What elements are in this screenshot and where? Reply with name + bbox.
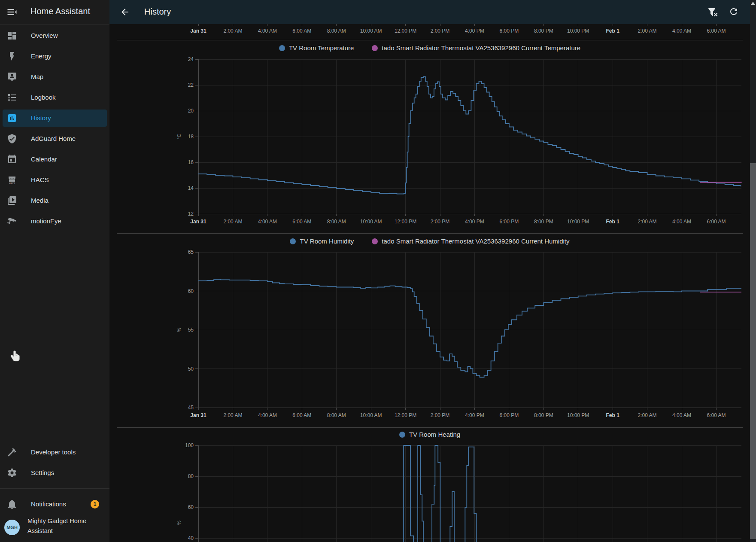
- x-axis-label: 10:00 AM: [360, 28, 382, 34]
- view-dashboard-icon: [7, 30, 17, 41]
- legend-label: TV Room Temperature: [289, 44, 354, 52]
- sidebar-item-label: Settings: [31, 464, 54, 481]
- hammer-icon: [7, 447, 17, 457]
- x-axis-label: 6:00 PM: [500, 412, 519, 418]
- x-axis-label: Feb 1: [606, 412, 620, 418]
- legend-item[interactable]: tado Smart Radiator Thermostat VA2536392…: [372, 238, 569, 245]
- x-axis-label: 4:00 AM: [258, 28, 277, 34]
- axis-lines: [195, 59, 741, 216]
- scrolled-chart-axis: Jan 312:00 AM4:00 AM6:00 AM8:00 AM10:00 …: [109, 24, 750, 40]
- y-axis-label: 24: [188, 56, 194, 62]
- legend-dot-icon: [372, 238, 378, 244]
- notifications-badge: 1: [91, 500, 99, 509]
- sidebar-item-developer-tools[interactable]: Developer tools: [3, 444, 107, 461]
- x-axis-label: 4:00 PM: [465, 219, 484, 225]
- x-axis-label: 6:00 AM: [292, 219, 311, 225]
- sidebar-item-media[interactable]: Media: [3, 192, 107, 209]
- x-axis-label: 6:00 PM: [500, 219, 519, 225]
- legend-item[interactable]: TV Room Temperature: [279, 44, 354, 52]
- legend-label: TV Room Humidity: [300, 238, 354, 245]
- sidebar-item-motioneye[interactable]: motionEye: [3, 213, 107, 230]
- legend-dot-icon: [372, 45, 378, 51]
- x-axis-label: 2:00 AM: [223, 412, 242, 418]
- heating-chart[interactable]: 100806040%: [109, 428, 750, 542]
- y-axis-label: 40: [188, 535, 194, 541]
- x-axis-label: 8:00 AM: [327, 219, 346, 225]
- series-line: [198, 445, 741, 542]
- legend-dot-icon: [399, 432, 405, 438]
- x-axis-label: 10:00 AM: [360, 219, 382, 225]
- legend-label: TV Room Heating: [409, 431, 460, 438]
- chart-divider: [117, 40, 743, 40]
- scrollbar[interactable]: [750, 0, 756, 542]
- sidebar-item-logbook[interactable]: Logbook: [3, 89, 107, 106]
- tooltip-account-icon: [7, 72, 17, 82]
- legend-label: tado Smart Radiator Thermostat VA2536392…: [382, 238, 569, 245]
- x-axis-label: 8:00 PM: [534, 219, 553, 225]
- y-axis-label: 100: [185, 442, 194, 448]
- heating-chart-section: 100806040%TV Room Heating: [109, 428, 750, 542]
- divider: [0, 488, 109, 489]
- legend-item[interactable]: TV Room Humidity: [290, 238, 354, 245]
- sidebar-item-label: motionEye: [31, 213, 61, 230]
- x-axis-label: 2:00 AM: [638, 412, 657, 418]
- x-axis-label: 6:00 PM: [500, 28, 519, 34]
- y-axis-label: 12: [188, 211, 194, 217]
- bell-icon: [7, 499, 17, 509]
- sidebar-item-overview[interactable]: Overview: [3, 27, 107, 44]
- sidebar-item-hacs[interactable]: HACSHACS: [3, 171, 107, 189]
- legend-dot-icon: [290, 238, 296, 244]
- x-axis-label: 6:00 AM: [707, 219, 726, 225]
- sidebar-item-energy[interactable]: Energy: [3, 48, 107, 65]
- x-axis-label: 10:00 PM: [567, 412, 589, 418]
- page-title: History: [144, 7, 171, 17]
- sidebar: Home Assistant OverviewEnergyMapLogbookH…: [0, 0, 109, 542]
- y-axis-label: 20: [188, 108, 194, 114]
- x-axis-label: 2:00 AM: [223, 28, 242, 34]
- x-axis-label: 12:00 PM: [395, 219, 416, 225]
- sidebar-item-settings[interactable]: Settings: [3, 464, 107, 481]
- calendar-icon: [7, 154, 17, 164]
- y-axis-label: 50: [188, 366, 194, 372]
- temperature-chart[interactable]: 24222018161412°CJan 312:00 AM4:00 AM6:00…: [109, 40, 750, 233]
- gridlines: [198, 445, 741, 542]
- x-axis-label: 12:00 PM: [395, 412, 416, 418]
- scrollbar-thumb[interactable]: [750, 163, 756, 539]
- temperature-chart-section: 24222018161412°CJan 312:00 AM4:00 AM6:00…: [109, 40, 750, 233]
- x-axis-label: 2:00 PM: [431, 412, 450, 418]
- y-axis-label: 65: [188, 249, 194, 255]
- legend-item[interactable]: tado Smart Radiator Thermostat VA2536392…: [372, 44, 580, 52]
- profile-name: Mighty Gadget Home Assistant: [27, 516, 100, 536]
- legend-label: tado Smart Radiator Thermostat VA2536392…: [382, 44, 580, 52]
- y-axis-label: 55: [188, 327, 194, 333]
- sidebar-item-map[interactable]: Map: [3, 68, 107, 85]
- sidebar-item-label: History: [31, 110, 51, 127]
- x-axis-label: 8:00 AM: [327, 412, 346, 418]
- sidebar-toggle-menu-icon[interactable]: [6, 6, 18, 18]
- sidebar-item-adguard-home[interactable]: AdGuard Home: [3, 130, 107, 147]
- x-axis-label: Jan 31: [190, 28, 206, 34]
- back-arrow-icon[interactable]: [120, 7, 130, 17]
- legend-item[interactable]: TV Room Heating: [399, 431, 460, 438]
- sidebar-item-label: HACS: [31, 171, 49, 189]
- x-axis-label: 8:00 AM: [327, 28, 346, 34]
- y-axis-unit: %: [176, 328, 182, 332]
- app-header: History: [109, 0, 750, 24]
- avatar[interactable]: MGH: [4, 520, 20, 535]
- bulleted-list-icon: [7, 92, 17, 103]
- refresh-icon[interactable]: [729, 6, 739, 17]
- scroll-up-button[interactable]: [751, 2, 755, 5]
- humidity-chart[interactable]: 6560555045%Jan 312:00 AM4:00 AM6:00 AM8:…: [109, 234, 750, 427]
- y-axis-label: 60: [188, 504, 194, 510]
- filter-remove-icon[interactable]: [707, 7, 718, 17]
- sidebar-item-label: AdGuard Home: [31, 130, 76, 147]
- sidebar-header: Home Assistant: [0, 0, 109, 24]
- sidebar-item-history[interactable]: History: [3, 110, 107, 127]
- app-title: Home Assistant: [30, 6, 90, 16]
- sidebar-item-label: Logbook: [31, 89, 56, 106]
- y-axis-label: 14: [188, 185, 194, 191]
- temperature-legend: TV Room Temperaturetado Smart Radiator T…: [109, 44, 750, 52]
- sidebar-item-calendar[interactable]: Calendar: [3, 151, 107, 168]
- x-axis-label: 4:00 PM: [465, 28, 484, 34]
- x-axis-label: 2:00 AM: [223, 219, 242, 225]
